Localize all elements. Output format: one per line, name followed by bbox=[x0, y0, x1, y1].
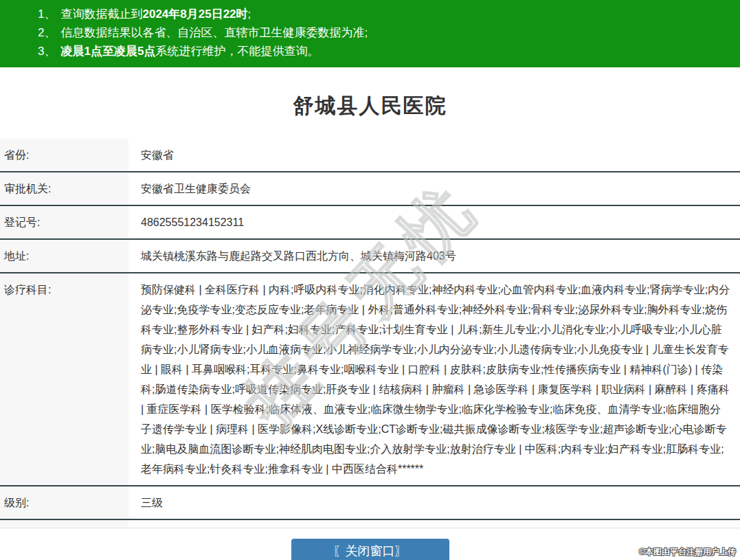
notice-text: 查询数据截止到 bbox=[60, 8, 142, 21]
row-label: 地址: bbox=[0, 240, 128, 272]
close-window-button[interactable]: 〖关闭窗口〗 bbox=[291, 539, 449, 560]
row-label: 登记号: bbox=[0, 206, 128, 238]
notice-item-1: 1、查询数据截止到2024年8月25日22时; bbox=[38, 5, 733, 23]
notice-number: 2、 bbox=[38, 26, 56, 39]
notice-suffix: 系统进行维护，不能提供查询。 bbox=[155, 45, 319, 58]
row-label: 省份: bbox=[0, 139, 128, 171]
notice-number: 1、 bbox=[38, 8, 56, 21]
hospital-name-title: 舒城县人民医院 bbox=[0, 92, 740, 120]
row-value: 城关镇桃溪东路与鹿起路交叉路口西北方向、城关镇梅河路403号 bbox=[128, 240, 740, 272]
table-row-approval-authority: 审批机关: 安徽省卫生健康委员会 bbox=[0, 172, 740, 206]
notice-bold-text: 2024年8月25日22时 bbox=[142, 8, 247, 21]
row-label: 审批机关: bbox=[0, 172, 128, 205]
row-label: 级别: bbox=[0, 486, 128, 519]
notice-text: 信息数据结果以各省、自治区、直辖市卫生健康委数据为准; bbox=[60, 26, 368, 39]
row-value: 安徽省 bbox=[128, 139, 740, 171]
row-value: 三级 bbox=[128, 486, 740, 519]
row-value: 安徽省卫生健康委员会 bbox=[128, 172, 740, 205]
notice-bold-text: 凌晨1点至凌晨5点 bbox=[60, 45, 155, 58]
row-value: 预防保健科 | 全科医疗科 | 内科;呼吸内科专业;消化内科专业;神经内科专业;… bbox=[128, 273, 740, 485]
notice-number: 3、 bbox=[38, 45, 56, 58]
partial-value-cell bbox=[128, 520, 740, 528]
partial-label-cell bbox=[0, 520, 128, 528]
table-row-registration-number: 登记号: 48625551234152311 bbox=[0, 206, 740, 240]
table-row-medical-subjects: 诊疗科目: 预防保健科 | 全科医疗科 | 内科;呼吸内科专业;消化内科专业;神… bbox=[0, 273, 740, 486]
notice-item-2: 2、信息数据结果以各省、自治区、直辖市卫生健康委数据为准; bbox=[38, 23, 733, 42]
table-row-province: 省份: 安徽省 bbox=[0, 139, 740, 172]
notice-item-3: 3、凌晨1点至凌晨5点系统进行维护，不能提供查询。 bbox=[38, 42, 733, 60]
table-row-cutoff bbox=[0, 520, 740, 528]
button-row: 〖关闭窗口〗 bbox=[0, 539, 740, 560]
notice-suffix: ; bbox=[248, 8, 251, 21]
notice-banner: 1、查询数据截止到2024年8月25日22时; 2、信息数据结果以各省、自治区、… bbox=[0, 0, 740, 67]
hospital-info-table: 省份: 安徽省 审批机关: 安徽省卫生健康委员会 登记号: 4862555123… bbox=[0, 139, 740, 528]
row-label: 诊疗科目: bbox=[0, 273, 128, 485]
row-value: 48625551234152311 bbox=[128, 206, 740, 238]
table-row-address: 地址: 城关镇桃溪东路与鹿起路交叉路口西北方向、城关镇梅河路403号 bbox=[0, 240, 740, 273]
image-credit-watermark: ©本图由平台注册用户上传 bbox=[639, 546, 736, 558]
table-row-level: 级别: 三级 bbox=[0, 486, 740, 520]
